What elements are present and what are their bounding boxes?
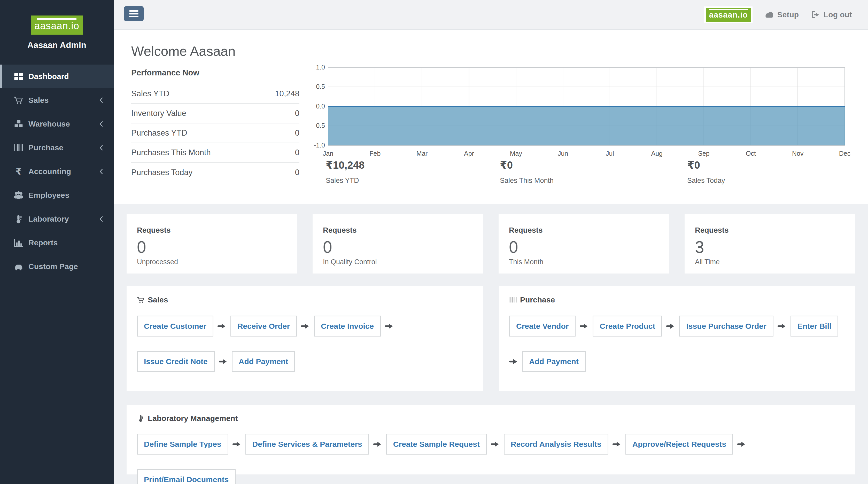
laboratory-workflow-buttons: Define Sample Types Define Services & Pa… — [137, 433, 845, 484]
overview-section: Welcome Aasaan Performance Now Sales YTD… — [114, 30, 868, 204]
page-title: Welcome Aasaan — [131, 43, 236, 59]
request-cards-row: Requests 0 Unprocessed Requests 0 In Qua… — [127, 214, 855, 273]
flow-arrow-icon — [232, 441, 241, 448]
metric-row: Purchases This Month 0 — [131, 143, 300, 163]
svg-text:-0.5: -0.5 — [314, 122, 325, 129]
barcode-icon — [13, 143, 24, 152]
sales-workflow-buttons: Create Customer Receive Order Create Inv… — [137, 316, 473, 372]
th-large-icon — [13, 72, 24, 81]
add-payment-button[interactable]: Add Payment — [232, 351, 295, 372]
create-sample-request-button[interactable]: Create Sample Request — [386, 433, 487, 455]
issue-purchase-order-button[interactable]: Issue Purchase Order — [679, 316, 773, 336]
dashboard-page: aasaan.io Aasaan Admin Dashboard Sales W… — [0, 0, 868, 484]
svg-text:0.0: 0.0 — [316, 102, 325, 110]
sidebar-nav: Dashboard Sales Warehouse Purchase Accou… — [0, 65, 114, 279]
summary-sales-today: ₹0 Sales Today — [687, 159, 725, 185]
record-analysis-results-button[interactable]: Record Analysis Results — [504, 433, 609, 455]
svg-text:Oct: Oct — [746, 150, 756, 157]
create-customer-button[interactable]: Create Customer — [137, 316, 213, 336]
svg-text:0.5: 0.5 — [316, 83, 325, 90]
requests-card-all-time: Requests 3 All Time — [685, 214, 855, 273]
print-email-documents-button[interactable]: Print/Email Documents — [137, 469, 236, 484]
car-icon — [13, 262, 24, 271]
cloud-icon — [765, 10, 774, 19]
flow-arrow-icon — [737, 441, 746, 448]
create-product-button[interactable]: Create Product — [593, 316, 662, 336]
users-icon — [13, 191, 24, 200]
sales-workflow-panel: Sales Create Customer Receive Order Crea… — [127, 286, 483, 391]
flow-arrow-icon — [613, 441, 621, 448]
performance-panel: Performance Now Sales YTD 10,248 Invento… — [131, 68, 300, 182]
create-invoice-button[interactable]: Create Invoice — [314, 316, 381, 336]
chevron-left-icon — [99, 168, 104, 175]
cubes-icon — [13, 120, 24, 128]
svg-text:Feb: Feb — [369, 150, 380, 157]
barcode-icon — [509, 296, 517, 303]
sidebar: aasaan.io Aasaan Admin Dashboard Sales W… — [0, 0, 114, 484]
create-vendor-button[interactable]: Create Vendor — [509, 316, 576, 336]
thermometer-icon — [13, 215, 24, 223]
topbar: aasaan.io Setup Log out — [114, 0, 868, 30]
chart-area-series — [328, 106, 845, 146]
laboratory-workflow-panel: Laboratory Management Define Sample Type… — [127, 405, 855, 475]
sidebar-item-accounting[interactable]: Accounting — [0, 160, 114, 183]
receive-order-button[interactable]: Receive Order — [230, 316, 297, 336]
svg-text:Aug: Aug — [651, 150, 662, 157]
enter-bill-button[interactable]: Enter Bill — [790, 316, 839, 336]
sidebar-item-laboratory[interactable]: Laboratory — [0, 207, 114, 231]
requests-count: 0 — [137, 239, 287, 256]
svg-text:Dec: Dec — [839, 150, 850, 157]
requests-card-unprocessed: Requests 0 Unprocessed — [127, 214, 297, 273]
requests-card-this-month: Requests 0 This Month — [499, 214, 669, 273]
menu-toggle-button[interactable] — [124, 6, 144, 21]
svg-text:Jan: Jan — [323, 150, 333, 157]
sign-out-icon — [811, 10, 820, 19]
svg-text:Mar: Mar — [416, 150, 428, 157]
laboratory-panel-title: Laboratory Management — [137, 414, 845, 423]
bar-chart-icon — [13, 238, 24, 247]
svg-text:Nov: Nov — [792, 150, 804, 157]
sidebar-brand: aasaan.io Aasaan Admin — [0, 0, 114, 50]
performance-title: Performance Now — [131, 68, 300, 77]
brand-logo-text: aasaan.io — [34, 21, 79, 31]
approve-reject-requests-button[interactable]: Approve/Reject Requests — [625, 433, 733, 455]
svg-text:1.0: 1.0 — [316, 64, 325, 71]
cart-icon — [13, 96, 24, 105]
sales-panel-title: Sales — [137, 295, 473, 304]
cart-icon — [137, 296, 145, 303]
requests-count: 0 — [509, 239, 659, 256]
metric-row: Purchases Today 0 — [131, 163, 300, 182]
define-sample-types-button[interactable]: Define Sample Types — [137, 433, 228, 455]
sales-summary: ₹10,248 Sales YTD ₹0 Sales This Month ₹0… — [326, 159, 855, 195]
performance-metrics-table: Sales YTD 10,248 Inventory Value 0 Purch… — [131, 84, 300, 182]
sidebar-item-sales[interactable]: Sales — [0, 88, 114, 112]
setup-link[interactable]: Setup — [765, 10, 799, 19]
sidebar-item-employees[interactable]: Employees — [0, 183, 114, 207]
flow-arrow-icon — [218, 323, 226, 329]
sidebar-item-reports[interactable]: Reports — [0, 231, 114, 255]
logout-link[interactable]: Log out — [811, 10, 852, 19]
flow-arrow-icon — [666, 323, 675, 329]
flow-arrow-icon — [385, 323, 394, 329]
metric-row: Inventory Value 0 — [131, 104, 300, 124]
purchase-workflow-buttons: Create Vendor Create Product Issue Purch… — [509, 316, 845, 372]
brand-logo-topbar-text: aasaan.io — [709, 9, 748, 20]
flow-arrow-icon — [491, 441, 500, 448]
add-payment-button[interactable]: Add Payment — [522, 351, 586, 372]
sidebar-item-dashboard[interactable]: Dashboard — [0, 65, 114, 88]
svg-text:May: May — [510, 150, 522, 157]
admin-label: Aasaan Admin — [0, 40, 114, 50]
flow-arrow-icon — [580, 323, 588, 329]
issue-credit-note-button[interactable]: Issue Credit Note — [137, 351, 215, 372]
flow-arrow-icon — [778, 323, 786, 329]
flow-arrow-icon — [509, 358, 518, 365]
chevron-left-icon — [99, 97, 104, 103]
svg-text:-1.0: -1.0 — [314, 141, 325, 149]
sidebar-item-purchase[interactable]: Purchase — [0, 136, 114, 160]
sidebar-item-warehouse[interactable]: Warehouse — [0, 112, 114, 136]
flow-arrow-icon — [219, 358, 227, 365]
define-services-parameters-button[interactable]: Define Services & Parameters — [245, 433, 369, 455]
sidebar-item-custom-page[interactable]: Custom Page — [0, 255, 114, 279]
brand-logo: aasaan.io — [31, 15, 83, 35]
brand-logo-topbar: aasaan.io — [704, 6, 752, 23]
